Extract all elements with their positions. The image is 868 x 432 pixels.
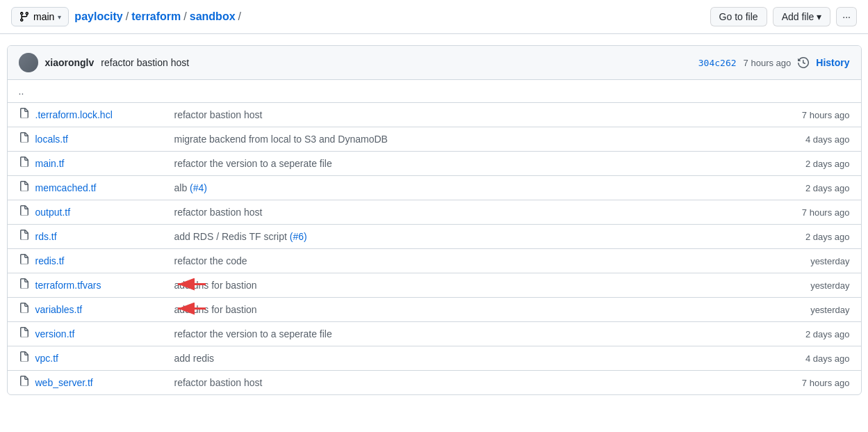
file-browser: xiaoronglv refactor bastion host 304c262…	[7, 45, 862, 395]
file-time: 2 days ago	[780, 232, 850, 242]
breadcrumb-sandbox[interactable]: sandbox	[190, 10, 236, 23]
file-message: refactor bastion host	[174, 377, 780, 388]
table-row: output.tfrefactor bastion host7 hours ag…	[8, 200, 861, 225]
git-branch-icon	[19, 11, 30, 22]
file-name-link[interactable]: vpc.tf	[35, 353, 174, 364]
file-list: .terraform.lock.hclrefactor bastion host…	[8, 103, 861, 394]
file-name-link[interactable]: version.tf	[35, 328, 174, 339]
file-time: 7 hours ago	[780, 110, 850, 120]
breadcrumb-sep-2: /	[183, 10, 186, 23]
file-icon	[19, 327, 30, 341]
breadcrumb-sep-3: /	[238, 10, 241, 23]
file-message-link[interactable]: (#4)	[190, 182, 207, 193]
top-bar-left: main ▾ paylocity / terraform / sandbox /	[11, 7, 241, 26]
breadcrumb-sep-1: /	[126, 10, 129, 23]
top-bar-right: Go to file Add file ▾ ···	[710, 7, 857, 26]
file-name-link[interactable]: variables.tf	[35, 304, 174, 315]
table-row: redis.tfrefactor the codeyesterday	[8, 249, 861, 273]
file-time: 7 hours ago	[780, 207, 850, 218]
breadcrumb-terraform[interactable]: terraform	[131, 10, 181, 23]
file-message: add RDS / Redis TF script (#6)	[174, 231, 780, 242]
parent-dir-link[interactable]: ..	[19, 86, 24, 97]
file-message: add dns for bastion	[174, 280, 780, 291]
file-name-link[interactable]: memcached.tf	[35, 182, 174, 193]
file-name-link[interactable]: web_server.tf	[35, 377, 174, 388]
file-icon	[19, 205, 30, 219]
add-file-button[interactable]: Add file ▾	[773, 7, 831, 26]
file-icon	[19, 376, 30, 390]
go-to-file-button[interactable]: Go to file	[710, 7, 767, 26]
file-message-link[interactable]: (#6)	[290, 231, 307, 242]
file-time: 4 days ago	[780, 134, 850, 145]
file-time: yesterday	[780, 305, 850, 315]
file-message: refactor the code	[174, 255, 780, 266]
file-message: refactor the version to a seperate file	[174, 328, 780, 339]
file-message: add redis	[174, 353, 780, 364]
table-row: rds.tfadd RDS / Redis TF script (#6)2 da…	[8, 225, 861, 249]
file-name-link[interactable]: rds.tf	[35, 231, 174, 242]
file-icon	[19, 303, 30, 317]
table-row: web_server.tfrefactor bastion host7 hour…	[8, 371, 861, 394]
file-message: refactor the version to a seperate file	[174, 158, 780, 169]
file-time: yesterday	[780, 280, 850, 291]
file-name-link[interactable]: .terraform.lock.hcl	[35, 109, 174, 120]
file-name-link[interactable]: redis.tf	[35, 255, 174, 266]
table-row: variables.tfadd dns for bastion yesterda…	[8, 298, 861, 322]
history-link[interactable]: History	[816, 57, 849, 68]
file-time: 7 hours ago	[780, 378, 850, 388]
table-row: vpc.tfadd redis4 days ago	[8, 346, 861, 371]
file-icon	[19, 132, 30, 146]
file-message: refactor bastion host	[174, 207, 780, 218]
file-time: 2 days ago	[780, 183, 850, 193]
file-message: alb (#4)	[174, 182, 780, 193]
file-icon	[19, 108, 30, 122]
file-time: 2 days ago	[780, 329, 850, 339]
file-icon	[19, 157, 30, 170]
commit-left: xiaoronglv refactor bastion host	[19, 53, 190, 72]
file-message: add dns for bastion	[174, 304, 780, 315]
file-icon	[19, 181, 30, 195]
add-file-chevron: ▾	[817, 11, 821, 22]
top-bar: main ▾ paylocity / terraform / sandbox /…	[0, 0, 868, 34]
file-message: migrate backend from local to S3 and Dyn…	[174, 134, 780, 145]
table-row: version.tfrefactor the version to a sepe…	[8, 322, 861, 346]
avatar	[19, 53, 38, 72]
file-time: 2 days ago	[780, 159, 850, 169]
commit-message: refactor bastion host	[101, 57, 189, 68]
more-options-button[interactable]: ···	[836, 7, 857, 26]
breadcrumb: paylocity / terraform / sandbox /	[74, 10, 241, 23]
file-message: refactor bastion host	[174, 109, 780, 120]
branch-chevron: ▾	[58, 13, 61, 21]
commit-row: xiaoronglv refactor bastion host 304c262…	[8, 46, 861, 80]
file-icon	[19, 230, 30, 243]
table-row: locals.tfmigrate backend from local to S…	[8, 127, 861, 152]
commit-author: xiaoronglv	[45, 57, 95, 68]
file-name-link[interactable]: locals.tf	[35, 134, 174, 145]
breadcrumb-paylocity[interactable]: paylocity	[74, 10, 122, 23]
file-name-link[interactable]: main.tf	[35, 158, 174, 169]
file-time: yesterday	[780, 256, 850, 266]
file-time: 4 days ago	[780, 353, 850, 364]
table-row: main.tfrefactor the version to a seperat…	[8, 152, 861, 176]
file-name-link[interactable]: output.tf	[35, 207, 174, 218]
table-row: terraform.tfvarsadd dns for bastion yest…	[8, 273, 861, 298]
file-icon	[19, 254, 30, 268]
file-icon	[19, 351, 30, 365]
history-clock-icon	[798, 57, 809, 68]
commit-right: 304c262 7 hours ago History	[698, 57, 850, 68]
commit-time: 7 hours ago	[744, 58, 792, 68]
branch-selector[interactable]: main ▾	[11, 7, 69, 26]
table-row: memcached.tfalb (#4)2 days ago	[8, 176, 861, 200]
file-name-link[interactable]: terraform.tfvars	[35, 280, 174, 291]
branch-label: main	[33, 11, 54, 22]
commit-hash[interactable]: 304c262	[698, 58, 737, 68]
file-icon	[19, 278, 30, 292]
parent-dir-row: ..	[8, 80, 861, 103]
more-icon: ···	[842, 11, 851, 22]
table-row: .terraform.lock.hclrefactor bastion host…	[8, 103, 861, 127]
